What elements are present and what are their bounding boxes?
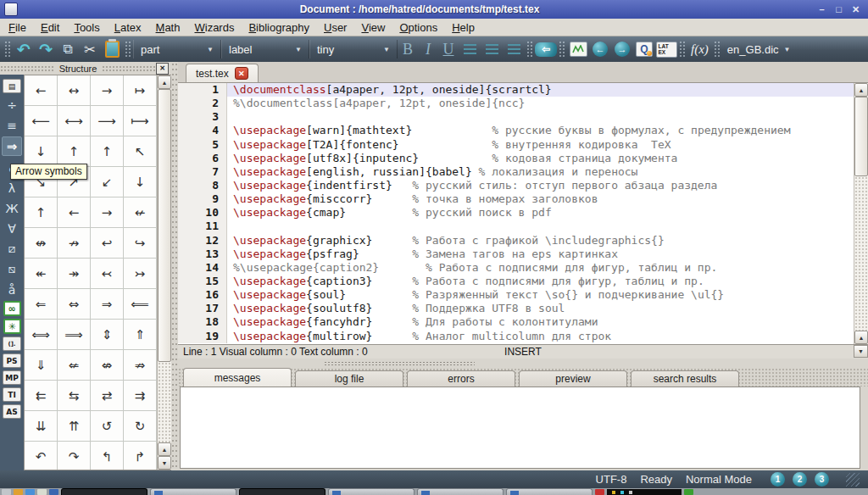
scroll-down-icon[interactable]: ▼ bbox=[158, 456, 171, 470]
symbol-cell[interactable]: ⇒ bbox=[91, 289, 124, 320]
font-size-select[interactable]: tiny▼ bbox=[309, 40, 398, 58]
view-indicator-1[interactable]: 1 bbox=[771, 472, 785, 487]
symbol-cell[interactable]: ↚ bbox=[124, 197, 157, 228]
taskbar-icon[interactable] bbox=[25, 489, 35, 495]
tab-messages[interactable]: messages bbox=[183, 368, 292, 387]
code-editor[interactable]: 1\documentclass[a4paper, 12pt, oneside]{… bbox=[178, 83, 854, 344]
symbol-cell[interactable]: ↰ bbox=[91, 442, 124, 470]
symbol-cell[interactable]: ⇊ bbox=[25, 411, 58, 442]
italic-button[interactable]: I bbox=[418, 39, 438, 59]
symbol-cell[interactable]: ↪ bbox=[124, 228, 157, 259]
taskbar-icon[interactable] bbox=[14, 489, 23, 495]
scroll-up-icon[interactable]: ▲ bbox=[854, 83, 868, 97]
menu-user[interactable]: User bbox=[324, 21, 347, 34]
symbol-cell[interactable]: ↺ bbox=[91, 411, 124, 442]
code-text[interactable]: \usepackage[utf8x]{inputenc} % кодовая с… bbox=[227, 152, 854, 165]
align-center-button[interactable] bbox=[481, 38, 503, 60]
code-text[interactable]: \usepackage{misccorr} % точка в номерах … bbox=[227, 192, 854, 206]
tab-errors[interactable]: errors bbox=[407, 370, 515, 387]
symbol-cell[interactable]: ⟷ bbox=[58, 106, 91, 136]
taskbar-system-tray[interactable] bbox=[607, 489, 682, 495]
infinity-symbols-icon[interactable]: ∞ bbox=[3, 301, 21, 316]
tab-log-file[interactable]: log file bbox=[295, 370, 403, 387]
misc-symbols-icon[interactable]: ∀ bbox=[3, 220, 21, 237]
symbol-cell[interactable]: ← bbox=[25, 75, 58, 106]
code-text[interactable]: \usepackage{indentfirst} % русский стиль… bbox=[227, 179, 854, 192]
paste-button[interactable] bbox=[101, 38, 123, 60]
scroll-down-icon[interactable]: ▼ bbox=[854, 345, 868, 358]
math-operators-icon[interactable]: ÷ bbox=[3, 96, 21, 114]
tab-test-tex[interactable]: test.tex ✕ bbox=[186, 64, 259, 82]
symbol-cell[interactable]: ⟺ bbox=[25, 320, 58, 350]
tab-preview[interactable]: preview bbox=[519, 370, 627, 387]
align-right-button[interactable] bbox=[503, 38, 525, 60]
redo-button[interactable]: ↷ bbox=[35, 38, 57, 60]
symbol-cell[interactable]: ↠ bbox=[58, 259, 91, 289]
resize-grip[interactable] bbox=[846, 473, 860, 487]
symbol-cell[interactable]: ⟶ bbox=[91, 106, 124, 136]
symbol-cell[interactable]: ↓ bbox=[25, 136, 58, 167]
view-log-button[interactable] bbox=[567, 38, 589, 60]
sidebar-close-icon[interactable]: ✕ bbox=[156, 63, 169, 75]
dictionary-select[interactable]: en_GB.dic▼ bbox=[722, 42, 796, 57]
metapost-commands-icon[interactable]: MP bbox=[3, 370, 21, 385]
symbol-cell[interactable]: ↓ bbox=[124, 167, 157, 197]
scroll-up-icon[interactable]: ▲ bbox=[158, 75, 171, 89]
code-text[interactable]: \documentclass[a4paper, 12pt, oneside]{s… bbox=[227, 83, 854, 97]
symbol-cell[interactable]: ⟼ bbox=[124, 106, 157, 136]
pstricks-commands-icon[interactable]: PS bbox=[3, 353, 21, 368]
maximize-icon[interactable]: □ bbox=[833, 4, 844, 15]
code-text[interactable]: %\usepackage{caption2} % Работа с подпис… bbox=[227, 261, 854, 275]
code-text[interactable]: \usepackage[T2A]{fontenc} % внутренняя к… bbox=[227, 138, 854, 152]
symbol-cell[interactable]: ⇎ bbox=[91, 350, 124, 381]
symbol-cell[interactable]: ↦ bbox=[124, 75, 157, 106]
editor-scrollbar[interactable]: ▲ ▲ bbox=[854, 83, 868, 344]
tikz-commands-icon[interactable]: TI bbox=[3, 387, 21, 402]
copy-button[interactable]: ⧉ bbox=[57, 38, 79, 60]
symbol-cell[interactable]: ↞ bbox=[25, 259, 58, 289]
taskbar-icon[interactable] bbox=[37, 489, 47, 495]
align-left-button[interactable] bbox=[459, 38, 481, 60]
symbol-cell[interactable]: ↩ bbox=[91, 228, 124, 259]
symbol-cell[interactable]: ↮ bbox=[25, 228, 58, 259]
symbol-cell[interactable]: ↑ bbox=[58, 136, 91, 167]
code-text[interactable]: %\documentclass[a4paper, 12pt, oneside]{… bbox=[227, 97, 854, 110]
symbol-cell[interactable]: ⇇ bbox=[25, 381, 58, 411]
frequently-used-symbols-icon[interactable]: ✳ bbox=[3, 319, 21, 334]
latex-compile-button[interactable]: LATEX bbox=[655, 38, 677, 60]
view-indicator-2[interactable]: 2 bbox=[793, 472, 807, 487]
taskbar-icon[interactable] bbox=[2, 489, 11, 495]
symbol-cell[interactable]: ⇉ bbox=[124, 381, 157, 411]
symbol-cell[interactable]: ⇈ bbox=[58, 411, 91, 442]
symbol-cell[interactable]: ⇓ bbox=[25, 350, 58, 381]
back-button[interactable]: ⇦ bbox=[535, 38, 557, 60]
symbol-cell[interactable]: ⇄ bbox=[91, 381, 124, 411]
taskbar-icon[interactable] bbox=[595, 489, 604, 495]
taskbar-window-button[interactable] bbox=[417, 488, 504, 495]
menu-bibliography[interactable]: Bibliography bbox=[248, 21, 309, 34]
vertical-splitter[interactable] bbox=[171, 62, 178, 470]
symbol-cell[interactable]: ↻ bbox=[124, 411, 157, 442]
tab-close-icon[interactable]: ✕ bbox=[235, 67, 248, 80]
taskbar-window-button[interactable] bbox=[150, 488, 236, 495]
symbol-cell[interactable]: ↑ bbox=[25, 197, 58, 228]
arrow-symbols-icon[interactable]: ⇒ bbox=[2, 136, 22, 156]
symbol-cell[interactable]: ⟵ bbox=[25, 106, 58, 136]
symbol-cell[interactable]: → bbox=[91, 197, 124, 228]
structure-icon[interactable]: ▤ bbox=[3, 79, 21, 93]
sectioning-select[interactable]: part▼ bbox=[133, 40, 221, 58]
menu-view[interactable]: View bbox=[361, 21, 385, 34]
cyrillic-letters-icon[interactable]: Ж bbox=[3, 199, 21, 217]
symbol-cell[interactable]: ⇐ bbox=[25, 289, 58, 320]
menu-wizards[interactable]: Wizards bbox=[194, 21, 234, 34]
scrollbar-track[interactable] bbox=[158, 362, 171, 442]
menu-help[interactable]: Help bbox=[452, 21, 475, 34]
code-text[interactable]: \usepackage{psfrag} % Замена тагов на ep… bbox=[227, 248, 854, 261]
math-fx-button[interactable]: f(x) bbox=[687, 42, 712, 57]
misc-text-symbols-2-icon[interactable]: ⧅ bbox=[3, 260, 21, 278]
minimize-icon[interactable]: – bbox=[816, 4, 827, 15]
symbol-cell[interactable]: ⇔ bbox=[58, 289, 91, 320]
menu-options[interactable]: Options bbox=[399, 21, 437, 34]
menu-latex[interactable]: Latex bbox=[114, 21, 142, 34]
cut-button[interactable]: ✂ bbox=[79, 38, 101, 60]
